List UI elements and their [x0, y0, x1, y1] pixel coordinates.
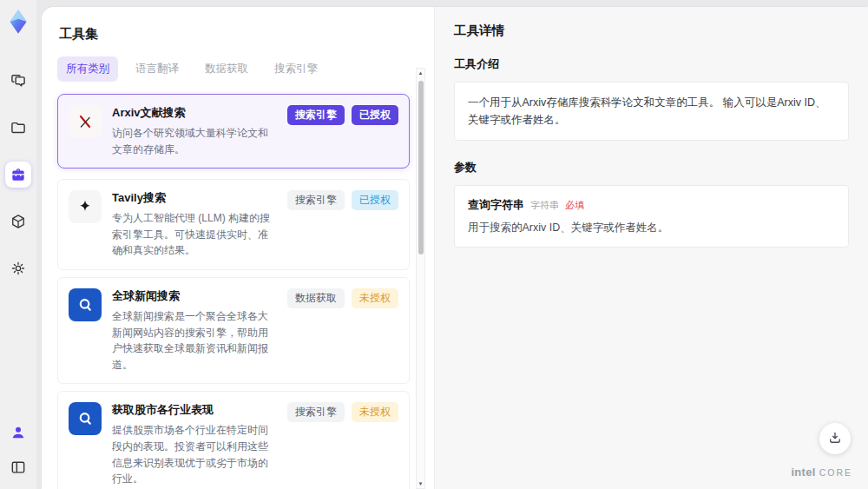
tool-card[interactable]: 获取股市各行业表现 提供股票市场各个行业在特定时间段内的表现。投资者可以利用这些…: [57, 391, 410, 489]
main-panel: 工具集 所有类别 语言翻译 数据获取 搜索引擎 Arxiv文献搜索 访问各个研究…: [42, 7, 868, 489]
category-tab[interactable]: 所有类别: [57, 56, 118, 82]
list-scrollbar[interactable]: ▲ ▼: [416, 68, 425, 489]
category-tab[interactable]: 语言翻译: [127, 56, 187, 82]
page-title: 工具集: [59, 26, 410, 43]
tool-tag: 未授权: [352, 288, 398, 308]
qlogo-icon: [69, 288, 102, 321]
nav-folder-icon[interactable]: [5, 115, 31, 141]
param-list: 查询字符串 字符串 必填 用于搜索的Arxiv ID、关键字或作者姓名。: [454, 185, 849, 248]
tool-tag: 未授权: [352, 402, 398, 422]
download-button[interactable]: [819, 423, 851, 454]
category-tabs: 所有类别 语言翻译 数据获取 搜索引擎: [57, 56, 410, 82]
nav-toolbox-icon[interactable]: [5, 162, 31, 188]
tool-card[interactable]: Tavily搜索 专为人工智能代理 (LLM) 构建的搜索引擎工具。可快速提供实…: [57, 179, 410, 270]
tool-card-list: Arxiv文献搜索 访问各个研究领域大量科学论文和文章的存储库。 搜索引擎已授权…: [57, 94, 410, 489]
tool-description: 专为人工智能代理 (LLM) 构建的搜索引擎工具。可快速提供实时、准确和真实的结…: [112, 210, 277, 259]
tool-tags: 数据获取未授权: [287, 288, 398, 373]
scroll-up-arrow-icon[interactable]: ▲: [417, 70, 424, 76]
category-tab[interactable]: 搜索引擎: [266, 56, 326, 82]
nav-cube-icon[interactable]: [5, 208, 31, 235]
tool-tag: 已授权: [352, 105, 398, 125]
tool-tag: 已授权: [352, 190, 398, 210]
tool-tags: 搜索引擎已授权: [287, 190, 398, 259]
tool-tag: 搜索引擎: [287, 190, 345, 210]
tool-description: 提供股票市场各个行业在特定时间段内的表现。投资者可以利用这些信息来识别表现优于或…: [112, 422, 277, 486]
intel-core-logo: intel CORE: [791, 466, 852, 479]
tool-list-pane: 工具集 所有类别 语言翻译 数据获取 搜索引擎 Arxiv文献搜索 访问各个研究…: [42, 7, 434, 489]
tool-tags: 搜索引擎已授权: [287, 105, 398, 157]
tool-description: 访问各个研究领域大量科学论文和文章的存储库。: [112, 125, 277, 157]
qlogo-icon: [69, 402, 102, 435]
tool-title: 全球新闻搜索: [112, 288, 277, 304]
tool-tags: 搜索引擎未授权: [287, 402, 398, 486]
nav-settings-gear-icon[interactable]: [5, 255, 31, 281]
tool-card[interactable]: Arxiv文献搜索 访问各个研究领域大量科学论文和文章的存储库。 搜索引擎已授权: [57, 94, 410, 169]
arxiv-icon: [69, 105, 102, 138]
param-name: 查询字符串: [468, 197, 524, 213]
sparkle-icon: [69, 190, 102, 223]
app-logo-icon: [3, 7, 33, 36]
tool-intro-text: 一个用于从Arxiv存储库搜索科学论文和文章的工具。 输入可以是Arxiv ID…: [454, 82, 849, 141]
tool-description: 全球新闻搜索是一个聚合全球各大新闻网站内容的搜索引擎，帮助用户快速获取全球最新资…: [112, 308, 277, 373]
param-item: 查询字符串 字符串 必填 用于搜索的Arxiv ID、关键字或作者姓名。: [454, 185, 849, 248]
tool-tag: 搜索引擎: [287, 105, 345, 125]
tool-title: Tavily搜索: [112, 190, 277, 206]
tool-tag: 数据获取: [287, 288, 345, 308]
tool-card[interactable]: 全球新闻搜索 全球新闻搜索是一个聚合全球各大新闻网站内容的搜索引擎，帮助用户快速…: [57, 277, 410, 384]
tool-details-pane: 工具详情 工具介绍 一个用于从Arxiv存储库搜索科学论文和文章的工具。 输入可…: [434, 7, 868, 489]
scrollbar-thumb[interactable]: [418, 81, 424, 254]
params-heading: 参数: [454, 160, 849, 175]
left-rail: [0, 0, 36, 489]
scroll-down-arrow-icon[interactable]: ▼: [417, 481, 424, 486]
intro-heading: 工具介绍: [454, 56, 849, 72]
param-description: 用于搜索的Arxiv ID、关键字或作者姓名。: [468, 221, 835, 235]
tool-tag: 搜索引擎: [287, 402, 345, 422]
tool-title: Arxiv文献搜索: [112, 105, 277, 121]
param-type: 字符串: [530, 199, 559, 212]
nav-chat-icon[interactable]: [5, 68, 31, 94]
tool-title: 获取股市各行业表现: [112, 402, 277, 418]
details-title: 工具详情: [454, 23, 849, 39]
panel-toggle-icon[interactable]: [5, 454, 31, 480]
download-icon: [827, 430, 843, 448]
user-avatar-icon[interactable]: [5, 420, 31, 446]
param-required-badge: 必填: [565, 199, 584, 212]
category-tab[interactable]: 数据获取: [196, 56, 257, 82]
